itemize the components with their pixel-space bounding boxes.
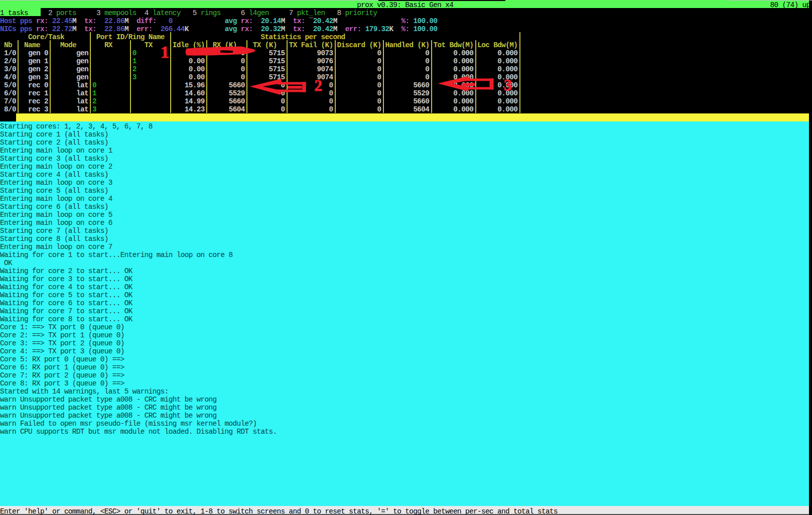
svg-text:1: 1 [161,43,169,61]
svg-text:3: 3 [504,76,512,94]
svg-text:2: 2 [315,77,323,94]
